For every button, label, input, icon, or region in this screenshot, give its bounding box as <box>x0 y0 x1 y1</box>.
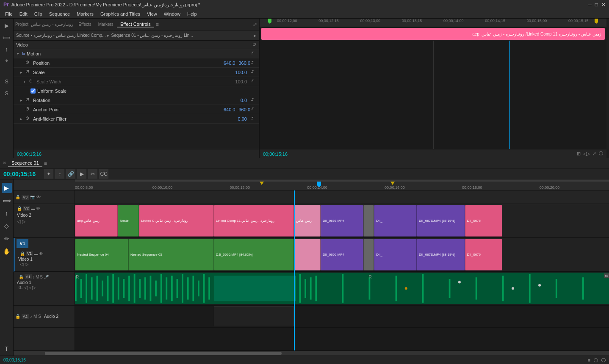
v1-clip-2[interactable]: Nested Sequence 05 <box>128 239 214 270</box>
v2-clip-1[interactable]: زمین عباس.aep <box>75 205 118 237</box>
effect-controls-tab[interactable]: Effect Controls <box>117 22 154 28</box>
pen-tool[interactable]: ✏ <box>2 234 12 244</box>
v2-eye-icon[interactable]: 👁 <box>36 206 40 211</box>
v1-clip-9[interactable]: DII_0676 <box>465 239 502 270</box>
position-stopwatch[interactable]: ⏱ <box>25 60 31 66</box>
scale-stopwatch[interactable]: ⏱ <box>25 69 31 75</box>
v1-clip-5[interactable]: DII_0666.MP4 <box>321 239 363 270</box>
source-expand[interactable]: ▸ <box>254 33 256 39</box>
strip-icon-4[interactable]: ⌖ <box>2 56 12 66</box>
a1-lock-icon[interactable]: 🔒 <box>19 275 24 279</box>
v2-clip-10[interactable]: DII_0676 <box>465 205 502 237</box>
scale-width-stopwatch[interactable]: ⏱ <box>29 79 35 85</box>
sequence-tab[interactable]: Sequence 01 <box>8 160 42 167</box>
strip-icon-2[interactable]: ⟺ <box>2 32 12 42</box>
anchor-reset[interactable]: ↺ <box>250 107 256 113</box>
navigate-icon[interactable]: ◁▷ <box>583 151 590 157</box>
v1-lock-icon[interactable]: 🔒 <box>20 251 25 256</box>
add-marker-tool[interactable]: ✦ <box>44 169 53 179</box>
v3-lock-icon[interactable]: 🔒 <box>15 195 20 199</box>
v1-clip-4[interactable] <box>294 239 321 270</box>
motion-reset-icon[interactable]: ↺ <box>250 51 256 57</box>
uniform-scale-checkbox[interactable] <box>30 88 36 94</box>
hscrollbar-thumb[interactable] <box>45 352 282 355</box>
timeline-hscrollbar[interactable] <box>14 350 609 356</box>
zoom-tool[interactable]: T <box>2 344 12 354</box>
anchor-stopwatch[interactable]: ⏱ <box>25 107 31 113</box>
v1-eye-icon[interactable]: 👁 <box>39 251 43 256</box>
v2-forward-icon[interactable]: ▷ <box>22 219 25 224</box>
menu-clip[interactable]: Clip <box>31 11 46 17</box>
v2-clip-5[interactable]: زمین عباس <box>294 205 321 237</box>
hand-tool[interactable]: ✋ <box>2 246 12 256</box>
maximize-button[interactable]: □ <box>595 2 598 8</box>
menu-sequence[interactable]: Sequence <box>46 11 74 17</box>
project-tab[interactable]: Project: رونبارجیره - زمین عباس <box>15 22 73 27</box>
menu-file[interactable]: File <box>2 11 16 17</box>
ec-expand-icon[interactable]: ⤢ <box>253 22 257 28</box>
captions-tool[interactable]: CC <box>99 169 108 179</box>
selection-tool[interactable]: ▶ <box>2 183 12 193</box>
anti-flicker-value[interactable]: 0.00 <box>238 116 247 121</box>
ripple-delete-tool[interactable]: ↕ <box>2 208 12 218</box>
razor-tool[interactable]: ◇ <box>2 221 12 231</box>
v1-forward-icon[interactable]: ▷ <box>25 262 28 267</box>
a2-M-btn[interactable]: M <box>33 314 37 319</box>
linked-selection-tool[interactable]: 🔗 <box>66 169 75 179</box>
v2-clip-4[interactable]: رونبارجیره - زمین عباس Linked Comp 11 <box>214 205 294 237</box>
position-reset[interactable]: ↺ <box>250 60 256 66</box>
v2-video-icon[interactable]: ▬ <box>31 206 35 211</box>
ripple-edit-tool[interactable]: ✂ <box>88 169 97 179</box>
v1-clip-3[interactable]: DJI_0666.MP4 [84.62%] <box>214 239 294 270</box>
seq-close-icon[interactable]: ✕ <box>3 160 6 166</box>
menu-help[interactable]: Help <box>184 11 200 17</box>
reset-icon[interactable]: ↺ <box>252 42 256 47</box>
snap-tool[interactable]: ↕ <box>55 169 64 179</box>
v3-cam-icon[interactable]: 📷 <box>30 195 35 199</box>
v1-back-icon[interactable]: ◁ <box>20 262 23 267</box>
seq-tab-menu[interactable]: ≡ <box>44 160 47 166</box>
v2-clip-3[interactable]: رونبارجیره - زمین عباس Linked C <box>139 205 214 237</box>
a1-mic-icon[interactable]: 🎤 <box>44 275 49 279</box>
menu-markers[interactable]: Markers <box>73 11 97 17</box>
strip-icon-6[interactable]: S <box>2 88 12 98</box>
rotation-stopwatch[interactable]: ⏱ <box>25 97 31 103</box>
v2-clip-8[interactable]: DII_ <box>374 205 417 237</box>
v2-clip-6[interactable]: DII_0666.MP4 <box>321 205 363 237</box>
seq-timecode[interactable]: 00;00;15;16 <box>3 171 36 177</box>
position-y[interactable]: 360.0 <box>238 61 250 66</box>
scale-width-reset[interactable]: ↺ <box>250 79 256 85</box>
a1-audio-icon[interactable]: ♪ <box>33 275 35 279</box>
filter-icon[interactable]: ⊞ <box>577 151 581 157</box>
a2-S-btn[interactable]: S <box>38 314 41 319</box>
v1-clip-1[interactable]: Nested Sequence 04 <box>75 239 128 270</box>
effects-tab[interactable]: Effects <box>75 22 94 27</box>
close-button[interactable]: ✕ <box>601 2 606 8</box>
a1-S-btn[interactable]: S <box>40 275 43 279</box>
menu-view[interactable]: View <box>144 11 161 17</box>
menu-window[interactable]: Window <box>161 11 184 17</box>
v1-clip-8[interactable]: DII_067S.MP4 [88.19%] <box>417 239 465 270</box>
scale-value[interactable]: 100.0 <box>235 70 247 75</box>
motion-group-header[interactable]: ▾ fx Motion ↺ <box>14 49 259 58</box>
v1-clip-6[interactable] <box>363 239 374 270</box>
strip-icon-1[interactable]: ▶ <box>2 20 12 30</box>
v2-clip-2[interactable]: Neste <box>118 205 139 237</box>
v2-lock-icon[interactable]: 🔒 <box>17 206 22 211</box>
track-forward-tool[interactable]: ⟺ <box>2 196 12 206</box>
scale-reset[interactable]: ↺ <box>250 69 256 75</box>
v2-back-icon[interactable]: ◁ <box>17 219 20 224</box>
position-x[interactable]: 640.0 <box>224 61 235 66</box>
v2-clip-9[interactable]: DII_067S.MP4 [88.19%] <box>417 205 465 237</box>
menu-edit[interactable]: Edit <box>16 11 31 17</box>
a1-forward-icon[interactable]: ▷ <box>32 285 36 290</box>
scale-width-value[interactable]: 100.0 <box>235 79 247 84</box>
v1-clip-7[interactable]: DII_ <box>374 239 417 270</box>
anchor-y[interactable]: 360.0 <box>238 107 250 112</box>
v3-eye-icon[interactable]: 👁 <box>36 195 41 199</box>
rotation-reset[interactable]: ↺ <box>250 97 256 103</box>
menu-graphics[interactable]: Graphics and Titles <box>97 11 144 17</box>
v1-video-icon[interactable]: ▬ <box>34 251 38 256</box>
minimize-button[interactable]: ─ <box>588 2 592 8</box>
markers-tab[interactable]: Markers <box>95 22 117 27</box>
